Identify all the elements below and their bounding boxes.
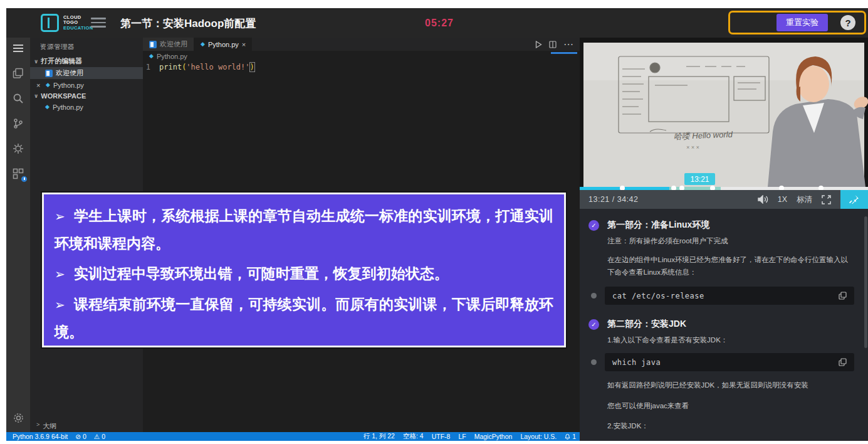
copy-icon[interactable] <box>839 292 847 300</box>
close-icon[interactable]: × <box>36 82 43 89</box>
open-editor-item-python[interactable]: × ◆ Python.py <box>30 79 143 91</box>
video-chapter-chip: 13:21 <box>684 173 715 185</box>
code-line-1[interactable]: 1 print ( 'hello world!' ) <box>143 61 580 72</box>
close-tab-icon[interactable]: × <box>242 41 246 48</box>
outline-section[interactable]: > 大纲 <box>30 421 143 431</box>
breadcrumb-filename: Python.py <box>157 53 187 60</box>
course-panel: 哈喽 Hello world × × × 13:21 <box>580 38 868 441</box>
open-editor-item-welcome[interactable]: 欢迎使用 <box>30 67 143 79</box>
command-row: cat /etc/os-release <box>588 287 854 305</box>
python-file-icon: ◆ <box>46 82 50 88</box>
fullscreen-icon[interactable] <box>822 195 831 204</box>
code-keyword: print <box>159 63 182 71</box>
notifications-bell[interactable]: 1 <box>565 433 576 440</box>
notification-count: 1 <box>572 433 576 440</box>
source-control-icon[interactable] <box>6 113 30 134</box>
workspace-section[interactable]: ∨ WORKSPACE <box>30 91 143 101</box>
chevron-down-icon: ∨ <box>34 93 38 99</box>
sidebar-menu-icon[interactable] <box>6 38 30 59</box>
activity-bar <box>6 38 30 432</box>
debug-icon[interactable] <box>6 138 30 159</box>
run-file-icon[interactable] <box>535 41 542 48</box>
arrow-bullet-icon: ➢ <box>55 209 65 223</box>
open-editor-label: 欢迎使用 <box>56 68 83 78</box>
volume-icon[interactable] <box>758 195 768 204</box>
code-open-paren: ( <box>182 63 186 71</box>
tab-welcome[interactable]: 欢迎使用 <box>143 38 194 51</box>
editor-actions: ⋯ <box>535 38 580 51</box>
tab-python[interactable]: ◆ Python.py × <box>194 38 252 51</box>
outline-label: 大纲 <box>43 421 56 431</box>
tab-label: Python.py <box>208 41 239 48</box>
remote-badge-icon <box>21 176 28 182</box>
status-bar: Python 3.6.9 64-bit ⊘ 0 ⚠ 0 行 1, 列 22 空格… <box>6 432 580 441</box>
encoding-setting[interactable]: UTF-8 <box>432 433 451 440</box>
section-1-header[interactable]: ✓ 第一部分：准备Linux环境 <box>588 219 854 231</box>
open-editor-label: Python.py <box>53 82 84 89</box>
remote-explorer-icon[interactable] <box>6 163 30 184</box>
course-content: ✓ 第一部分：准备Linux环境 注意：所有操作必须在root用户下完成 在左边… <box>580 209 868 441</box>
code-string: 'hello world!' <box>186 63 249 71</box>
brand-logo: CLOUD TOGO EDUCATION <box>41 14 93 32</box>
bullet-dot-icon <box>591 359 597 365</box>
command-block[interactable]: which java <box>605 353 854 371</box>
split-editor-icon[interactable] <box>549 41 557 48</box>
breadcrumb[interactable]: ◆ Python.py <box>143 51 580 61</box>
search-icon[interactable] <box>6 88 30 109</box>
open-editors-section[interactable]: ∨ 打开的编辑器 <box>30 55 143 67</box>
command-text: which java <box>612 358 661 367</box>
pin-video-button[interactable] <box>840 190 868 209</box>
bullet-dot-icon <box>591 293 597 299</box>
video-player[interactable]: 哈喽 Hello world × × × 13:21 <box>580 38 868 187</box>
command-text: cat /etc/os-release <box>612 292 704 300</box>
help-icon[interactable]: ? <box>840 15 855 30</box>
copy-icon[interactable] <box>839 358 847 366</box>
eol-setting[interactable]: LF <box>458 433 466 440</box>
panel-scrollbar[interactable] <box>864 216 867 348</box>
chevron-down-icon: ∨ <box>34 58 38 65</box>
arrow-bullet-icon: ➢ <box>55 267 65 281</box>
quality-selector[interactable]: 标清 <box>797 194 812 205</box>
keyboard-layout[interactable]: Layout: U.S. <box>520 433 557 440</box>
python-file-icon: ◆ <box>149 53 154 59</box>
explorer-title: 资源管理器 <box>30 38 143 55</box>
tab-label: 欢迎使用 <box>160 40 187 49</box>
overlay-bullet-2: ➢实训过程中导致环境出错，可随时重置，恢复到初始状态。 <box>55 260 553 288</box>
menu-icon[interactable] <box>91 18 106 28</box>
chapter-title: 第一节：安装Hadoop前配置 <box>120 16 256 31</box>
workspace-file-python[interactable]: ◆ Python.py <box>30 101 143 113</box>
countdown-timer: 05:27 <box>425 18 454 29</box>
svg-text:× × ×: × × × <box>686 144 699 151</box>
warnings-indicator[interactable]: ⚠ 0 <box>94 433 105 440</box>
python-file-icon: ◆ <box>201 41 205 47</box>
command-block[interactable]: cat /etc/os-release <box>605 287 854 305</box>
annotation-overlay: ➢学生上课时，系统根据上课的章节自动生成统一标准的实训环境，打通实训环境和课程内… <box>42 193 566 347</box>
cursor-position[interactable]: 行 1, 列 22 <box>363 432 395 441</box>
section-2-header[interactable]: ✓ 第二部分：安装JDK <box>588 319 854 330</box>
command-row: which java <box>588 353 854 371</box>
python-file-icon: ◆ <box>45 104 50 110</box>
settings-gear-icon[interactable] <box>6 407 30 428</box>
section-2-extra-1: 如有返回路径则说明已经安装JDK，如果无返回则说明没有安装 <box>607 379 854 392</box>
overlay-bullet-1: ➢学生上课时，系统根据上课的章节自动生成统一标准的实训环境，打通实训环境和课程内… <box>55 203 553 257</box>
overlay-bullet-3: ➢课程结束前环境一直保留，可持续实训。而原有的实训课，下课后即释放环境。 <box>55 291 553 346</box>
python-version[interactable]: Python 3.6.9 64-bit <box>13 433 68 440</box>
section-2-extra-3: 2.安装JDK： <box>607 420 854 433</box>
language-mode[interactable]: MagicPython <box>474 433 513 440</box>
workspace-file-label: Python.py <box>53 103 83 111</box>
video-controls: 13:21 / 34:42 1X 标清 <box>580 190 868 209</box>
playback-speed[interactable]: 1X <box>778 195 787 204</box>
annotation-highlight-box: 重置实验 ? <box>728 11 866 34</box>
more-actions-icon[interactable]: ⋯ <box>563 38 573 50</box>
app-window: CLOUD TOGO EDUCATION 第一节：安装Hadoop前配置 05:… <box>6 8 868 441</box>
section-2-paragraph: 1.输入以下命令查看是否有安装JDK： <box>607 336 854 345</box>
indent-setting[interactable]: 空格: 4 <box>403 432 424 441</box>
brand-logo-text: CLOUD TOGO EDUCATION <box>63 15 93 31</box>
editor-tab-bar: 欢迎使用 ◆ Python.py × ⋯ <box>143 38 580 51</box>
errors-indicator[interactable]: ⊘ 0 <box>75 433 86 440</box>
brand-logo-icon <box>41 14 59 32</box>
section-2-title: 第二部分：安装JDK <box>607 319 686 330</box>
section-2-extra-2: 您也可以使用javac来查看 <box>607 400 854 413</box>
reset-experiment-button[interactable]: 重置实验 <box>776 14 828 31</box>
explorer-icon[interactable] <box>6 63 30 84</box>
